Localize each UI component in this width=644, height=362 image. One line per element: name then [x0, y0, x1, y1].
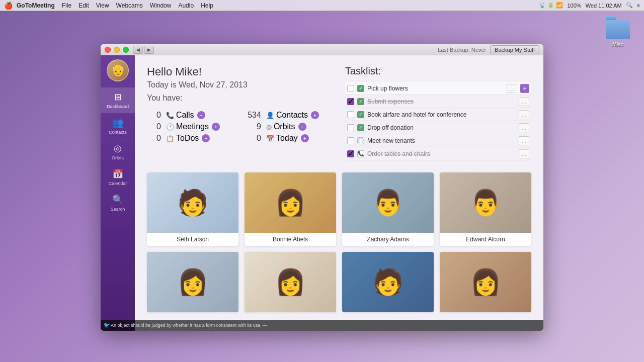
contact-photo-seth: 🧑 🐦 An object should be judged by whethe… — [147, 172, 238, 233]
contact-card-5[interactable]: 👩 — [147, 252, 238, 312]
menu-edit[interactable]: Edit — [78, 2, 89, 9]
minimize-button[interactable] — [114, 47, 120, 53]
meetings-count: 0 — [147, 122, 161, 131]
task-check-6[interactable]: 📞 — [357, 150, 364, 157]
orbits-count: 9 — [241, 122, 261, 131]
calls-add-button[interactable]: + — [197, 111, 205, 119]
sidebar-label-search: Search — [111, 207, 125, 212]
task-outer-check-5[interactable] — [347, 137, 354, 144]
main-content: Hello Mike! Today is Wed, Nov 27, 2013 Y… — [135, 55, 543, 331]
orbits-icon: ◎ — [114, 143, 122, 154]
todos-icon: 📋 — [166, 135, 174, 142]
orbits-icon: ◎ — [266, 123, 272, 131]
orbits-label: Orbits — [274, 122, 295, 131]
sidebar-item-orbits[interactable]: ◎ Orbits — [101, 139, 135, 164]
task-check-4[interactable]: ✓ — [357, 124, 364, 131]
app-name[interactable]: GoToMeeting — [17, 2, 55, 9]
meetings-icon: 🕐 — [166, 123, 174, 131]
window-body: 👴 ⊞ Dashboard 👥 Contacts ◎ Orbits 📅 Cale… — [101, 55, 543, 331]
menubar: 🍎 GoToMeeting File Edit View Webcams Win… — [0, 0, 644, 11]
task-check-5[interactable]: 🕐 — [357, 137, 364, 144]
calls-icon: 📞 — [166, 112, 174, 119]
contact-photo-edward: 👨 — [440, 172, 531, 233]
contacts-row-2: 👩 👩 🧑 👩 — [147, 252, 531, 312]
task-check-3[interactable]: ✓ — [357, 111, 364, 118]
contact-photo-7: 🧑 — [342, 252, 434, 312]
task-outer-check-2[interactable]: ✓ — [347, 98, 354, 105]
task-text-6: Order tables and chairs — [367, 150, 516, 157]
task-menu-4[interactable]: … — [519, 123, 529, 132]
window-titlebar: ◀ ▶ Last Backup: Never Backup My Stuff — [101, 44, 543, 55]
app-window: ◀ ▶ Last Backup: Never Backup My Stuff 👴… — [101, 44, 543, 331]
task-check-1[interactable]: ✓ — [357, 85, 364, 92]
task-outer-check-4[interactable] — [347, 124, 354, 131]
contact-card-7[interactable]: 🧑 — [342, 252, 434, 312]
menu-help[interactable]: Help — [201, 2, 213, 9]
task-text-4: Drop off donation — [367, 124, 516, 131]
stats-grid: 0 📞 Calls + 534 👤 Contacts + — [147, 111, 335, 143]
backup-button[interactable]: Backup My Stuff — [490, 45, 539, 54]
menubar-search-icon[interactable]: 🔍 — [626, 2, 633, 9]
today-icon: 📅 — [266, 135, 274, 142]
nav-forward-button[interactable]: ▶ — [144, 46, 154, 54]
contacts-add-button[interactable]: + — [311, 111, 319, 119]
task-list: ✓ Pick up flowers … + ✓ ✓ Submit expense… — [345, 82, 531, 160]
contact-photo-5: 👩 — [147, 252, 238, 312]
todos-add-button[interactable]: + — [202, 134, 210, 142]
task-outer-check-3[interactable] — [347, 111, 354, 118]
today-count: 0 — [241, 134, 261, 143]
meetings-add-button[interactable]: + — [212, 123, 220, 131]
menu-file[interactable]: File — [62, 2, 71, 9]
sidebar-label-orbits: Orbits — [112, 155, 124, 160]
task-menu-1[interactable]: … — [507, 84, 517, 93]
contact-card-zachary[interactable]: 👨 Zachary Adams — [342, 172, 434, 246]
backup-status: Last Backup: Never — [438, 47, 486, 53]
folder-label: Misc — [612, 41, 624, 47]
menu-window[interactable]: Window — [150, 2, 172, 9]
sidebar-item-dashboard[interactable]: ⊞ Dashboard — [101, 87, 135, 113]
apple-menu[interactable]: 🍎 — [4, 2, 13, 10]
contact-name-seth: Seth Latson — [147, 233, 238, 246]
menubar-battery: 100% — [567, 3, 581, 9]
backup-info: Last Backup: Never Backup My Stuff — [438, 45, 539, 54]
sidebar-item-contacts[interactable]: 👥 Contacts — [101, 113, 135, 139]
contact-photo-bonnie: 👩 — [245, 172, 336, 233]
nav-back-button[interactable]: ◀ — [133, 46, 143, 54]
close-button[interactable] — [105, 47, 111, 53]
sidebar-item-calendar[interactable]: 📅 Calendar — [101, 164, 135, 190]
contact-photo-6: 👩 — [245, 252, 336, 312]
tasklist-section: Tasklist: ✓ Pick up flowers … + ✓ — [345, 65, 531, 160]
menu-audio[interactable]: Audio — [178, 2, 194, 9]
contact-card-8[interactable]: 👩 — [440, 252, 531, 312]
contact-card-edward[interactable]: 👨 Edward Alcorn — [440, 172, 531, 246]
task-menu-2[interactable]: … — [519, 97, 529, 106]
menubar-list-icon[interactable]: ≡ — [637, 3, 640, 9]
todos-stat: 📋 ToDos + — [166, 134, 236, 143]
contact-card-6[interactable]: 👩 — [245, 252, 336, 312]
task-menu-6[interactable]: … — [519, 149, 529, 158]
task-menu-5[interactable]: … — [519, 136, 529, 145]
menu-webcams[interactable]: Webcams — [116, 2, 143, 9]
meetings-stat: 🕐 Meetings + — [166, 122, 236, 131]
folder-icon — [606, 19, 630, 39]
maximize-button[interactable] — [123, 47, 129, 53]
contact-card-bonnie[interactable]: 👩 Bonnie Abels — [245, 172, 336, 246]
user-avatar[interactable]: 👴 — [107, 59, 129, 81]
task-check-2[interactable]: ✓ — [357, 98, 364, 105]
task-add-button[interactable]: + — [520, 84, 529, 93]
sidebar-label-calendar: Calendar — [109, 181, 127, 186]
nav-arrows: ◀ ▶ — [133, 46, 154, 54]
task-menu-3[interactable]: … — [519, 110, 529, 119]
orbits-stat: ◎ Orbits + — [266, 122, 335, 131]
task-text-1: Pick up flowers — [367, 85, 504, 92]
contact-card-seth[interactable]: 🧑 🐦 An object should be judged by whethe… — [147, 172, 238, 246]
task-row: ✓ 📞 Order tables and chairs … — [345, 147, 531, 160]
menu-view[interactable]: View — [96, 2, 109, 9]
today-add-button[interactable]: + — [301, 134, 309, 142]
contacts-label: Contacts — [276, 111, 308, 120]
sidebar-item-search[interactable]: 🔍 Search — [101, 190, 135, 216]
misc-folder[interactable]: Misc — [606, 19, 630, 47]
task-outer-check-1[interactable] — [347, 85, 354, 92]
task-outer-check-6[interactable]: ✓ — [347, 150, 354, 157]
orbits-add-button[interactable]: + — [298, 123, 306, 131]
